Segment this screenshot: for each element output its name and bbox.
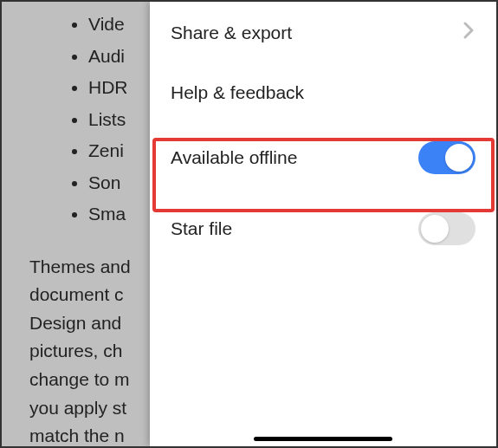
options-panel: Share & export Help & feedback Available… [150,2,496,446]
star-file-label: Star file [171,218,232,239]
home-indicator[interactable] [254,437,392,441]
share-export-label: Share & export [171,23,292,43]
help-feedback-label: Help & feedback [171,82,304,103]
star-file-row: Star file [150,193,496,264]
available-offline-row: Available offline [150,122,496,193]
star-file-toggle[interactable] [418,212,475,245]
available-offline-toggle[interactable] [418,141,475,174]
chevron-right-icon [462,21,475,44]
share-export-row[interactable]: Share & export [150,2,496,63]
toggle-knob [445,144,473,172]
help-feedback-row[interactable]: Help & feedback [150,63,496,122]
available-offline-label: Available offline [171,147,297,168]
toggle-knob [421,215,449,243]
